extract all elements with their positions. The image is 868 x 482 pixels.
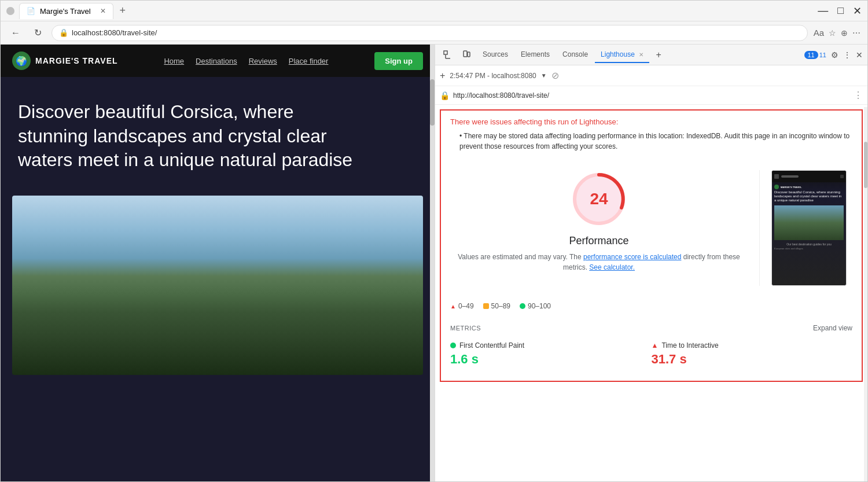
- add-profile-button[interactable]: +: [440, 71, 445, 81]
- metrics-section-label: METRICS: [450, 325, 481, 332]
- extensions-icon[interactable]: ⊕: [841, 28, 848, 38]
- score-right: MARGIE'S TRAVEL Discover beautiful Corsi…: [771, 170, 852, 286]
- inspect-element-button[interactable]: [440, 47, 456, 63]
- hero-image: [12, 196, 423, 375]
- devtools-scrollbar-thumb[interactable]: [864, 142, 867, 188]
- settings-icon[interactable]: ⚙: [831, 50, 838, 60]
- legend-green-icon: [520, 303, 525, 309]
- devtools-tabs: Sources Elements Console Lighthouse ✕ +: [477, 47, 802, 63]
- metric-fcp-icon: [450, 343, 456, 348]
- metric-fcp-label: First Contentful Paint: [459, 341, 524, 349]
- tab-elements[interactable]: Elements: [515, 47, 556, 63]
- hero-title: Discover beautiful Corsica, where stunni…: [18, 100, 365, 172]
- score-section: 24 Performance Values are estimated and …: [441, 159, 862, 297]
- favorites-icon[interactable]: ☆: [829, 28, 836, 38]
- metric-tti-value: 31.7 s: [652, 352, 853, 367]
- metrics-header: METRICS Expand view: [441, 317, 862, 337]
- security-lock-icon: 🔒: [440, 91, 450, 100]
- warning-body: • There may be stored data affecting loa…: [450, 131, 852, 152]
- metric-fcp-name: First Contentful Paint: [450, 341, 652, 349]
- lighthouse-content[interactable]: There were issues affecting this run of …: [435, 105, 867, 481]
- screenshot-logo: [774, 185, 779, 189]
- performance-score-circle: 24: [570, 170, 628, 228]
- legend-orange: 50–89: [483, 302, 510, 310]
- dropdown-icon[interactable]: ▼: [541, 72, 547, 79]
- browser-window: 📄 Margie's Travel ✕ + — □ ✕ ← ↻ 🔒 localh…: [0, 0, 868, 482]
- score-label: Performance: [569, 235, 628, 247]
- devtools-scrollbar-track[interactable]: [864, 107, 867, 481]
- screenshot-nav: [772, 171, 846, 182]
- tab-close-icon[interactable]: ✕: [639, 51, 643, 58]
- hero-section: Discover beautiful Corsica, where stunni…: [1, 77, 435, 184]
- legend-green: 90–100: [520, 302, 551, 310]
- nav-home[interactable]: Home: [164, 57, 184, 65]
- tab-close-icon[interactable]: ✕: [100, 7, 106, 15]
- logo-icon: 🌍: [12, 51, 31, 70]
- cancel-icon[interactable]: ⊘: [551, 70, 559, 81]
- devtools-url-row: 🔒 http://localhost:8080/travel-site/ ⋮: [435, 86, 867, 105]
- address-right-icons: Aa ☆ ⊕ ⋯: [814, 28, 860, 38]
- score-number: 24: [590, 190, 608, 208]
- tab-title: Margie's Travel: [40, 7, 91, 16]
- metric-tti: ▲ Time to Interactive 31.7 s: [652, 337, 853, 371]
- website-scrollbar[interactable]: [430, 45, 435, 481]
- screenshot-nav-bar: [781, 175, 799, 178]
- secure-icon: 🔒: [59, 28, 68, 37]
- metric-fcp-value: 1.6 s: [450, 352, 652, 367]
- tab-lighthouse[interactable]: Lighthouse ✕: [595, 47, 649, 63]
- add-tab-button[interactable]: +: [650, 47, 667, 63]
- issues-badge[interactable]: 11: [804, 51, 818, 59]
- back-button[interactable]: ←: [8, 25, 24, 41]
- nav-destinations[interactable]: Destinations: [196, 57, 237, 65]
- screenshot-body: MARGIE'S TRAVEL Discover beautiful Corsi…: [772, 182, 846, 252]
- screenshot-body-text: European cities and villages: [774, 247, 844, 250]
- metric-fcp: First Contentful Paint 1.6 s: [450, 337, 652, 371]
- profile-icon[interactable]: Aa: [814, 28, 824, 38]
- signup-button[interactable]: Sign up: [374, 52, 423, 70]
- nav-logo: 🌍 MARGIE'S TRAVEL: [12, 51, 118, 70]
- nav-place-finder[interactable]: Place finder: [289, 57, 329, 65]
- warning-text: There may be stored data affecting loadi…: [459, 132, 849, 150]
- score-left: 24 Performance Values are estimated and …: [450, 170, 748, 273]
- landscape-image: [12, 196, 423, 375]
- window-controls: [6, 7, 14, 15]
- nav-reviews[interactable]: Reviews: [249, 57, 277, 65]
- performance-score-link[interactable]: performance score is calculated: [583, 253, 681, 261]
- tab-icon: 📄: [27, 7, 35, 15]
- devtools-right-controls: 11 11 ⚙ ⋮ ✕: [804, 50, 863, 60]
- minimize-button[interactable]: [6, 7, 14, 15]
- close-devtools-button[interactable]: ✕: [856, 50, 863, 60]
- window-buttons: — □ ✕: [818, 5, 862, 17]
- customize-icon[interactable]: ⋮: [843, 50, 851, 60]
- tab-sources[interactable]: Sources: [477, 47, 514, 63]
- browser-tab[interactable]: 📄 Margie's Travel ✕: [19, 3, 113, 19]
- address-text[interactable]: localhost:8080/travel-site/: [72, 28, 157, 37]
- issues-count: 11: [819, 51, 826, 58]
- svg-rect-0: [444, 51, 447, 54]
- browser-menu-icon[interactable]: ⋯: [852, 28, 860, 38]
- devtools-secondary-bar: + 2:54:47 PM - localhost:8080 ▼ ⊘: [435, 65, 867, 86]
- legend-red-range: 0–49: [458, 302, 474, 310]
- screenshot-hero-img: [774, 205, 844, 240]
- calculator-link[interactable]: See calculator.: [589, 263, 635, 271]
- run-timestamp: 2:54:47 PM - localhost:8080: [450, 72, 536, 80]
- url-more-icon[interactable]: ⋮: [854, 90, 863, 101]
- close-window-button[interactable]: ✕: [853, 5, 862, 17]
- inspect-icon: [443, 50, 453, 60]
- screenshot-site-name: MARGIE'S TRAVEL: [781, 186, 801, 189]
- website-scrollbar-thumb[interactable]: [430, 79, 435, 126]
- device-toolbar-button[interactable]: [458, 47, 475, 63]
- page-screenshot: MARGIE'S TRAVEL Discover beautiful Corsi…: [771, 170, 847, 286]
- legend-row: ▲ 0–49 50–89 90–100: [441, 297, 862, 317]
- maximize-window-button[interactable]: □: [837, 5, 844, 17]
- screenshot-nav-icon: [774, 174, 779, 179]
- tab-bar: 📄 Margie's Travel ✕ +: [19, 3, 813, 19]
- tab-console[interactable]: Console: [557, 47, 594, 63]
- expand-view-button[interactable]: Expand view: [813, 324, 852, 332]
- legend-red-icon: ▲: [450, 303, 456, 310]
- new-tab-button[interactable]: +: [116, 4, 130, 18]
- address-bar: ← ↻ 🔒 localhost:8080/travel-site/ Aa ☆ ⊕…: [1, 21, 867, 45]
- nav-links: Home Destinations Reviews Place finder: [164, 57, 328, 65]
- refresh-button[interactable]: ↻: [30, 25, 46, 41]
- minimize-window-button[interactable]: —: [818, 5, 828, 17]
